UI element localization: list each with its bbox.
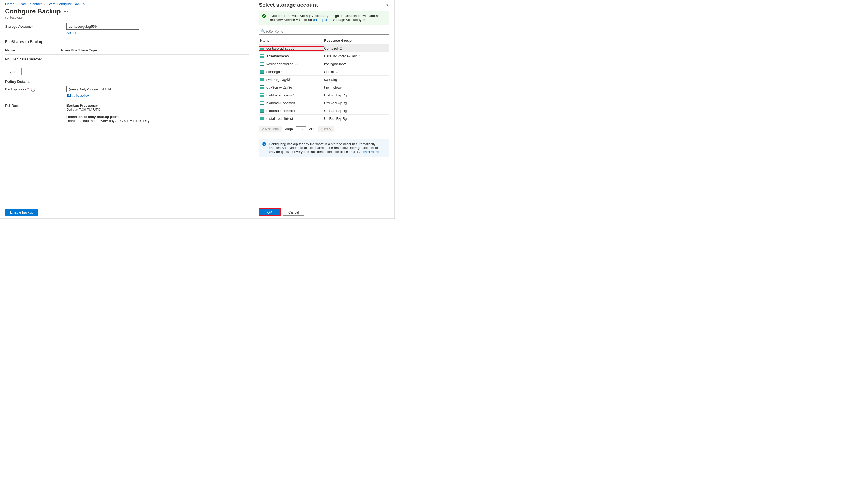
check-icon: ✓ [262,14,266,18]
chevron-down-icon: ⌄ [302,127,304,131]
fileshares-col-type: Azure File Share Type [61,48,97,52]
chevron-down-icon: ⌄ [134,88,137,91]
storage-icon [260,70,264,73]
storage-account-label: Storage Account [5,25,31,29]
storage-account-row[interactable]: blobbackupdemo1UtsBlobBkpRg [259,91,390,99]
panel-title: Select storage account [259,2,318,8]
storage-account-name: utsfailoverpitrtest [267,117,293,121]
storage-account-rg: ContosoRG [324,46,342,50]
filter-input[interactable] [259,28,390,35]
storage-icon [260,93,264,97]
close-icon[interactable]: ✕ [384,2,390,8]
storage-account-name: blobbackupdemo1 [267,93,295,97]
page-select[interactable]: 1⌄ [296,126,306,132]
storage-account-row[interactable]: soniargdiagSoniaRG [259,68,390,76]
storage-icon [260,85,264,89]
storage-account-row[interactable]: contosorgdiag556ContosoRG [259,44,390,52]
breadcrumb-configure-backup[interactable]: Start: Configure Backup [48,2,85,6]
info-banner-warning: ✓ If you don't see your Storage Accounts… [259,11,390,25]
backup-policy-dropdown[interactable]: (new) DailyPolicy-kup11qkl ⌄ [66,86,139,92]
enable-backup-button[interactable]: Enable backup [5,209,38,216]
backup-policy-label: Backup policy [5,87,27,91]
add-button[interactable]: Add [5,68,22,75]
chevron-down-icon: ⌄ [134,25,137,28]
storage-account-rg: kosingha-new [324,62,346,66]
storage-account-row[interactable]: swtestrgdiag481swtestrg [259,76,390,83]
storage-icon [260,62,264,66]
storage-account-name: qa73omwib2a3e [267,85,292,89]
backup-frequency-label: Backup Frequency [66,103,154,108]
info-icon: i [262,142,266,146]
storage-account-value: contosorgdiag556 [69,25,97,29]
retention-label: Retention of daily backup point [66,115,154,119]
storage-account-rg: UtsBlobBkpRg [324,93,347,97]
storage-account-row[interactable]: kosinghanewdiag636kosingha-new [259,60,390,68]
retention-value: Retain backup taken every day at 7:30 PM… [66,119,154,123]
storage-account-rg: UtsBlobBkpRg [324,117,347,121]
page-subtitle: contosovault [0,15,254,23]
ok-button[interactable]: OK [259,209,280,216]
storage-account-row[interactable]: blobbackupdemo4UtsBlobBkpRg [259,107,390,115]
storage-icon [260,117,264,120]
backup-frequency-value: Daily at 7:30 PM UTC [66,108,154,112]
cancel-button[interactable]: Cancel [283,209,304,216]
fileshares-heading: FileShares to Backup [5,39,249,44]
storage-account-name: blobbackupdemo4 [267,109,295,113]
page-title: Configure Backup [5,7,61,15]
storage-account-rg: Default-Storage-EastUS [324,54,362,58]
learn-more-link[interactable]: Learn More [361,150,379,154]
storage-account-rg: t-iwrinshow [324,85,342,89]
fileshares-empty-row: No File Shares selected [5,55,249,64]
storage-account-rg: SoniaRG [324,70,338,74]
page-of: of 1 [309,127,315,131]
storage-icon [260,54,264,58]
storage-account-rg: UtsBlobBkpRg [324,101,347,105]
select-storage-link[interactable]: Select [66,31,139,35]
table-col-rg: Resource Group [324,38,351,42]
previous-button[interactable]: < Previous [259,126,282,132]
more-icon[interactable]: ••• [64,9,68,13]
next-button[interactable]: Next > [318,126,334,132]
storage-account-name: blobbackupdemo3 [267,101,295,105]
full-backup-label: Full Backup [5,104,23,108]
storage-icon [260,101,264,105]
storage-icon [260,78,264,81]
breadcrumb-backup-center[interactable]: Backup center [20,2,42,6]
storage-icon [260,46,264,50]
breadcrumb: Home › Backup center › Start: Configure … [0,0,254,6]
info-icon[interactable]: i [31,88,35,92]
unsupported-link[interactable]: unsupported [313,18,332,22]
storage-account-rg: UtsBlobBkpRg [324,109,347,113]
storage-account-row[interactable]: abserverdemoDefault-Storage-EastUS [259,52,390,60]
breadcrumb-home[interactable]: Home [5,2,14,6]
info-banner-softdelete: i Configuring backup for any file share … [259,139,390,157]
policy-details-heading: Policy Details [5,80,249,84]
edit-policy-link[interactable]: Edit this policy [66,93,139,97]
storage-account-name: contosorgdiag556 [267,46,294,50]
storage-icon [260,109,264,113]
storage-account-name: abserverdemo [267,54,289,58]
backup-policy-value: (new) DailyPolicy-kup11qkl [69,87,111,91]
fileshares-col-name: Name [5,48,61,52]
storage-account-rg: swtestrg [324,78,337,82]
storage-account-dropdown[interactable]: contosorgdiag556 ⌄ [66,23,139,30]
storage-account-name: swtestrgdiag481 [267,78,292,82]
table-col-name: Name [259,38,324,42]
page-label: Page [285,127,293,131]
storage-account-name: kosinghanewdiag636 [267,62,299,66]
search-icon: 🔍 [261,29,265,33]
storage-account-row[interactable]: blobbackupdemo3UtsBlobBkpRg [259,99,390,107]
storage-account-row[interactable]: qa73omwib2a3et-iwrinshow [259,83,390,91]
storage-account-row[interactable]: utsfailoverpitrtestUtsBlobBkpRg [259,115,390,122]
storage-account-name: soniargdiag [267,70,284,74]
